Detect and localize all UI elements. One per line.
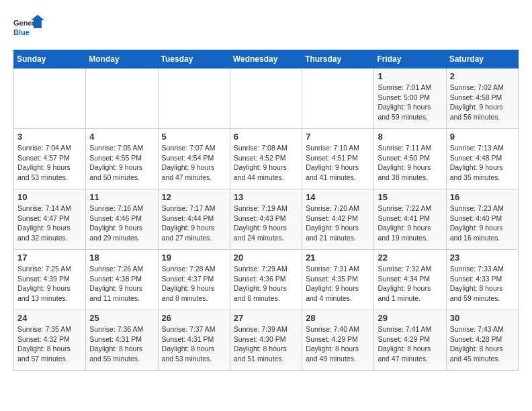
day-number: 24 bbox=[17, 313, 82, 323]
calendar-day-cell: 24Sunrise: 7:35 AM Sunset: 4:32 PM Dayli… bbox=[14, 310, 86, 371]
day-info: Sunrise: 7:04 AM Sunset: 4:57 PM Dayligh… bbox=[17, 143, 82, 183]
empty-day-cell bbox=[14, 68, 86, 129]
calendar-week-row: 1Sunrise: 7:01 AM Sunset: 5:00 PM Daylig… bbox=[14, 68, 519, 129]
day-number: 25 bbox=[89, 313, 154, 323]
day-info: Sunrise: 7:23 AM Sunset: 4:40 PM Dayligh… bbox=[450, 203, 515, 243]
day-number: 1 bbox=[378, 71, 442, 81]
day-info: Sunrise: 7:16 AM Sunset: 4:46 PM Dayligh… bbox=[89, 203, 154, 243]
day-info: Sunrise: 7:10 AM Sunset: 4:51 PM Dayligh… bbox=[306, 143, 370, 183]
logo-svg: General Blue bbox=[13, 13, 47, 43]
day-info: Sunrise: 7:26 AM Sunset: 4:38 PM Dayligh… bbox=[89, 264, 154, 304]
day-number: 12 bbox=[162, 192, 226, 202]
day-info: Sunrise: 7:43 AM Sunset: 4:28 PM Dayligh… bbox=[450, 324, 515, 364]
day-number: 17 bbox=[17, 253, 82, 263]
weekday-header-saturday: Saturday bbox=[446, 50, 518, 68]
calendar-day-cell: 21Sunrise: 7:31 AM Sunset: 4:35 PM Dayli… bbox=[302, 250, 374, 310]
calendar-day-cell: 11Sunrise: 7:16 AM Sunset: 4:46 PM Dayli… bbox=[86, 189, 158, 250]
day-info: Sunrise: 7:32 AM Sunset: 4:34 PM Dayligh… bbox=[378, 264, 442, 304]
day-number: 8 bbox=[378, 132, 442, 142]
day-info: Sunrise: 7:22 AM Sunset: 4:41 PM Dayligh… bbox=[378, 203, 442, 243]
weekday-header-sunday: Sunday bbox=[14, 50, 86, 68]
calendar-table: SundayMondayTuesdayWednesdayThursdayFrid… bbox=[13, 50, 519, 371]
calendar-day-cell: 28Sunrise: 7:40 AM Sunset: 4:29 PM Dayli… bbox=[302, 310, 374, 371]
day-number: 26 bbox=[162, 313, 226, 323]
empty-day-cell bbox=[302, 68, 374, 129]
day-info: Sunrise: 7:31 AM Sunset: 4:35 PM Dayligh… bbox=[306, 264, 370, 304]
calendar-day-cell: 9Sunrise: 7:13 AM Sunset: 4:48 PM Daylig… bbox=[446, 129, 518, 189]
day-number: 16 bbox=[450, 192, 515, 202]
calendar-day-cell: 2Sunrise: 7:02 AM Sunset: 4:58 PM Daylig… bbox=[446, 68, 518, 129]
day-info: Sunrise: 7:37 AM Sunset: 4:31 PM Dayligh… bbox=[162, 324, 226, 364]
day-number: 3 bbox=[17, 132, 82, 142]
calendar-day-cell: 17Sunrise: 7:25 AM Sunset: 4:39 PM Dayli… bbox=[14, 250, 86, 310]
calendar-header: SundayMondayTuesdayWednesdayThursdayFrid… bbox=[14, 50, 519, 68]
calendar-day-cell: 29Sunrise: 7:41 AM Sunset: 4:29 PM Dayli… bbox=[374, 310, 446, 371]
calendar-day-cell: 19Sunrise: 7:28 AM Sunset: 4:37 PM Dayli… bbox=[158, 250, 230, 310]
calendar-day-cell: 4Sunrise: 7:05 AM Sunset: 4:55 PM Daylig… bbox=[86, 129, 158, 189]
calendar-day-cell: 5Sunrise: 7:07 AM Sunset: 4:54 PM Daylig… bbox=[158, 129, 230, 189]
day-number: 11 bbox=[89, 192, 154, 202]
day-number: 5 bbox=[162, 132, 226, 142]
day-number: 2 bbox=[450, 71, 515, 81]
day-number: 18 bbox=[89, 253, 154, 263]
logo: General Blue bbox=[13, 13, 47, 43]
calendar-day-cell: 3Sunrise: 7:04 AM Sunset: 4:57 PM Daylig… bbox=[14, 129, 86, 189]
weekday-header-wednesday: Wednesday bbox=[230, 50, 302, 68]
calendar-day-cell: 10Sunrise: 7:14 AM Sunset: 4:47 PM Dayli… bbox=[14, 189, 86, 250]
calendar-day-cell: 23Sunrise: 7:33 AM Sunset: 4:33 PM Dayli… bbox=[446, 250, 518, 310]
weekday-header-row: SundayMondayTuesdayWednesdayThursdayFrid… bbox=[14, 50, 519, 68]
calendar-week-row: 17Sunrise: 7:25 AM Sunset: 4:39 PM Dayli… bbox=[14, 250, 519, 310]
calendar-day-cell: 12Sunrise: 7:17 AM Sunset: 4:44 PM Dayli… bbox=[158, 189, 230, 250]
svg-text:Blue: Blue bbox=[13, 28, 30, 36]
day-number: 23 bbox=[450, 253, 515, 263]
calendar-day-cell: 27Sunrise: 7:39 AM Sunset: 4:30 PM Dayli… bbox=[230, 310, 302, 371]
calendar-day-cell: 20Sunrise: 7:29 AM Sunset: 4:36 PM Dayli… bbox=[230, 250, 302, 310]
calendar-day-cell: 13Sunrise: 7:19 AM Sunset: 4:43 PM Dayli… bbox=[230, 189, 302, 250]
day-number: 29 bbox=[378, 313, 442, 323]
calendar-week-row: 10Sunrise: 7:14 AM Sunset: 4:47 PM Dayli… bbox=[14, 189, 519, 250]
day-number: 4 bbox=[89, 132, 154, 142]
calendar-week-row: 24Sunrise: 7:35 AM Sunset: 4:32 PM Dayli… bbox=[14, 310, 519, 371]
day-info: Sunrise: 7:14 AM Sunset: 4:47 PM Dayligh… bbox=[17, 203, 82, 243]
day-info: Sunrise: 7:20 AM Sunset: 4:42 PM Dayligh… bbox=[306, 203, 370, 243]
calendar-day-cell: 15Sunrise: 7:22 AM Sunset: 4:41 PM Dayli… bbox=[374, 189, 446, 250]
calendar-day-cell: 1Sunrise: 7:01 AM Sunset: 5:00 PM Daylig… bbox=[374, 68, 446, 129]
calendar-day-cell: 6Sunrise: 7:08 AM Sunset: 4:52 PM Daylig… bbox=[230, 129, 302, 189]
day-info: Sunrise: 7:25 AM Sunset: 4:39 PM Dayligh… bbox=[17, 264, 82, 304]
empty-day-cell bbox=[86, 68, 158, 129]
calendar-day-cell: 30Sunrise: 7:43 AM Sunset: 4:28 PM Dayli… bbox=[446, 310, 518, 371]
day-number: 13 bbox=[234, 192, 298, 202]
day-info: Sunrise: 7:29 AM Sunset: 4:36 PM Dayligh… bbox=[234, 264, 298, 304]
weekday-header-thursday: Thursday bbox=[302, 50, 374, 68]
weekday-header-friday: Friday bbox=[374, 50, 446, 68]
calendar-week-row: 3Sunrise: 7:04 AM Sunset: 4:57 PM Daylig… bbox=[14, 129, 519, 189]
day-info: Sunrise: 7:40 AM Sunset: 4:29 PM Dayligh… bbox=[306, 324, 370, 364]
calendar-day-cell: 18Sunrise: 7:26 AM Sunset: 4:38 PM Dayli… bbox=[86, 250, 158, 310]
calendar-day-cell: 7Sunrise: 7:10 AM Sunset: 4:51 PM Daylig… bbox=[302, 129, 374, 189]
day-number: 30 bbox=[450, 313, 515, 323]
weekday-header-tuesday: Tuesday bbox=[158, 50, 230, 68]
calendar-day-cell: 22Sunrise: 7:32 AM Sunset: 4:34 PM Dayli… bbox=[374, 250, 446, 310]
day-info: Sunrise: 7:19 AM Sunset: 4:43 PM Dayligh… bbox=[234, 203, 298, 243]
calendar-day-cell: 26Sunrise: 7:37 AM Sunset: 4:31 PM Dayli… bbox=[158, 310, 230, 371]
day-number: 19 bbox=[162, 253, 226, 263]
weekday-header-monday: Monday bbox=[86, 50, 158, 68]
calendar-day-cell: 25Sunrise: 7:36 AM Sunset: 4:31 PM Dayli… bbox=[86, 310, 158, 371]
day-info: Sunrise: 7:36 AM Sunset: 4:31 PM Dayligh… bbox=[89, 324, 154, 364]
day-number: 9 bbox=[450, 132, 515, 142]
day-number: 15 bbox=[378, 192, 442, 202]
day-number: 14 bbox=[306, 192, 370, 202]
day-number: 20 bbox=[234, 253, 298, 263]
day-info: Sunrise: 7:08 AM Sunset: 4:52 PM Dayligh… bbox=[234, 143, 298, 183]
day-number: 27 bbox=[234, 313, 298, 323]
calendar-day-cell: 14Sunrise: 7:20 AM Sunset: 4:42 PM Dayli… bbox=[302, 189, 374, 250]
calendar-day-cell: 8Sunrise: 7:11 AM Sunset: 4:50 PM Daylig… bbox=[374, 129, 446, 189]
day-number: 22 bbox=[378, 253, 442, 263]
day-info: Sunrise: 7:35 AM Sunset: 4:32 PM Dayligh… bbox=[17, 324, 82, 364]
day-number: 6 bbox=[234, 132, 298, 142]
day-number: 21 bbox=[306, 253, 370, 263]
empty-day-cell bbox=[230, 68, 302, 129]
calendar-body: 1Sunrise: 7:01 AM Sunset: 5:00 PM Daylig… bbox=[14, 68, 519, 371]
day-info: Sunrise: 7:05 AM Sunset: 4:55 PM Dayligh… bbox=[89, 143, 154, 183]
day-info: Sunrise: 7:41 AM Sunset: 4:29 PM Dayligh… bbox=[378, 324, 442, 364]
